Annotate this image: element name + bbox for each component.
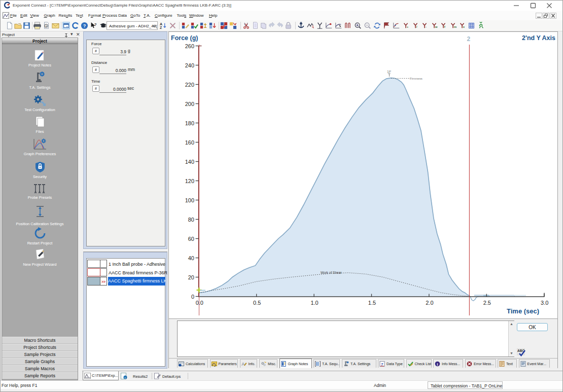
svg-text:20: 20 [188,274,194,280]
svg-text:-: - [426,25,427,28]
svg-text:2.0: 2.0 [426,300,433,306]
svg-text:i: i [437,362,438,366]
svg-text:120: 120 [185,178,194,184]
svg-text:2.5: 2.5 [483,300,491,306]
svg-text:m: m [453,25,456,28]
svg-text:?: ? [83,23,86,28]
svg-text:200: 200 [185,101,194,107]
svg-text:Force (g): Force (g) [171,34,198,42]
svg-text:1F: 1F [387,70,391,74]
svg-text:80: 80 [188,217,194,223]
svg-text:Firmness: Firmness [410,77,423,80]
svg-text:240: 240 [185,62,194,68]
svg-text:3.0: 3.0 [541,300,548,306]
svg-text:?: ? [94,22,97,27]
svg-text:/: / [416,25,417,28]
svg-text:0.5: 0.5 [253,300,261,306]
svg-text:100: 100 [185,197,194,203]
svg-text:180: 180 [185,120,194,126]
svg-text:2'nd Y Axis: 2'nd Y Axis [522,34,555,42]
svg-text:140: 140 [185,159,194,165]
svg-text:60: 60 [188,236,194,242]
svg-text:a: a [46,24,47,27]
svg-text:1.5: 1.5 [368,300,376,306]
svg-text:1.0: 1.0 [310,300,318,306]
svg-text:2: 2 [467,35,471,43]
svg-text:+: + [407,25,409,28]
svg-text:260: 260 [185,43,194,49]
svg-text:A: A [160,22,162,26]
svg-text:0: 0 [191,294,194,300]
svg-text:160: 160 [185,139,194,146]
svg-text:Z: Z [160,26,162,29]
svg-text:Time (sec): Time (sec) [507,307,539,315]
svg-text:220: 220 [185,82,194,88]
svg-text:A: A [241,362,245,367]
svg-text:40: 40 [188,255,194,261]
svg-text:Work of Shear: Work of Shear [321,271,342,274]
svg-text:f: f [444,25,446,28]
svg-text:w: w [434,25,437,28]
svg-text:7: 7 [381,362,383,366]
svg-text:0.0: 0.0 [196,300,203,306]
svg-text:x: x [463,25,465,28]
